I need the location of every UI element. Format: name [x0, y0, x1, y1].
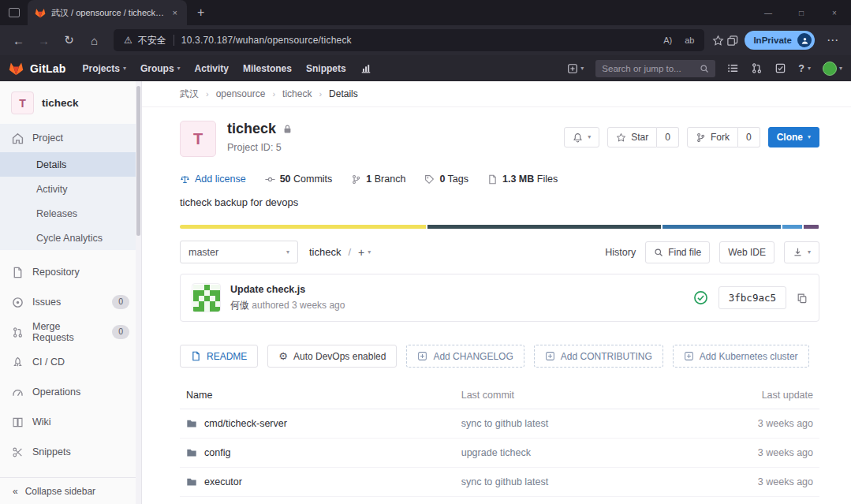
auto-devops-button[interactable]: ⚙ Auto DevOps enabled [267, 345, 397, 368]
commit-sha[interactable]: 3fbc9ac5 [718, 286, 786, 309]
table-row[interactable]: config upgrade ticheck 3 weeks ago [180, 439, 819, 468]
files-link[interactable]: 1.3 MB Files [487, 174, 558, 185]
download-button[interactable]: ▾ [784, 241, 819, 263]
commit-author-avatar[interactable] [192, 283, 221, 312]
inprivate-badge[interactable]: InPrivate [745, 31, 815, 50]
menu-snippets[interactable]: Snippets [299, 63, 353, 74]
add-contributing-button[interactable]: Add CONTRIBUTING [534, 345, 663, 368]
search-input[interactable] [602, 64, 695, 73]
sidebar-item-operations[interactable]: Operations [0, 377, 141, 407]
commit-message-link[interactable]: sync to github latest [461, 418, 548, 429]
read-aloud-icon[interactable]: A) [663, 35, 672, 45]
add-favorite-icon[interactable] [712, 35, 724, 47]
window-close-button[interactable]: × [818, 0, 851, 25]
sidebar-item-repository[interactable]: Repository [0, 257, 141, 287]
find-file-button[interactable]: Find file [645, 241, 710, 263]
collections-icon[interactable] [726, 35, 738, 47]
branch-selector[interactable]: master ▾ [180, 241, 298, 263]
sidebar-scrollbar[interactable] [136, 81, 141, 504]
commit-title-link[interactable]: Update check.js [230, 284, 345, 295]
sidebar-item-details[interactable]: Details [0, 152, 141, 177]
sidebar-item-ci-cd[interactable]: CI / CD [0, 347, 141, 377]
breadcrumb-group[interactable]: 武汉 [180, 88, 199, 101]
sidebar-project-header[interactable]: T ticheck [0, 81, 141, 124]
file-name-link[interactable]: cmd/ticheck-server [204, 418, 287, 429]
sidebar-item-snippets[interactable]: Snippets [0, 437, 141, 467]
window-controls: — □ × [752, 0, 851, 25]
help-menu[interactable]: ?▾ [798, 63, 811, 74]
merge-requests-nav-icon[interactable] [751, 62, 763, 74]
table-row[interactable]: internal sync to github latest 3 weeks a… [180, 497, 819, 504]
new-tab-button[interactable]: + [197, 6, 204, 19]
readme-button[interactable]: README [180, 345, 258, 368]
language-bar[interactable] [180, 225, 819, 229]
sidebar-item-merge-requests[interactable]: Merge Requests 0 [0, 317, 141, 347]
breadcrumb-subgroup[interactable]: opensource [216, 88, 266, 99]
menu-activity[interactable]: Activity [188, 63, 236, 74]
url-text[interactable]: 10.3.70.187/wuhan/opensource/ticheck [181, 35, 352, 46]
gitlab-logo[interactable]: GitLab [9, 62, 66, 76]
sidebar-item-cycle-analytics[interactable]: Cycle Analytics [0, 226, 141, 250]
repo-root-link[interactable]: ticheck [309, 246, 341, 258]
add-license-link[interactable]: Add license [180, 174, 246, 185]
add-kubernetes-button[interactable]: Add Kubernetes cluster [673, 345, 809, 368]
new-menu-button[interactable]: ▾ [567, 63, 584, 74]
home-button[interactable]: ⌂ [83, 29, 106, 52]
web-ide-button[interactable]: Web IDE [719, 241, 774, 263]
window-maximize-button[interactable]: □ [785, 0, 818, 25]
refresh-button[interactable]: ↻ [58, 29, 80, 52]
menu-groups[interactable]: Groups▾ [133, 63, 188, 74]
fork-button[interactable]: Fork [687, 127, 738, 147]
chevron-down-icon: ▾ [808, 249, 811, 256]
copy-sha-button[interactable] [797, 293, 808, 304]
commit-message-link[interactable]: sync to github latest [461, 476, 548, 487]
analytics-icon[interactable] [353, 63, 379, 74]
global-search[interactable] [595, 60, 715, 77]
breadcrumb-project[interactable]: ticheck [282, 88, 312, 99]
browser-menu-button[interactable]: ⋯ [821, 29, 844, 52]
collapse-sidebar-button[interactable]: « Collapse sidebar [0, 477, 141, 504]
sidebar-item-issues[interactable]: Issues 0 [0, 287, 141, 317]
translate-icon[interactable]: ab [685, 35, 694, 45]
star-count[interactable]: 0 [657, 127, 679, 147]
private-lock-icon [282, 124, 293, 134]
pipeline-status-icon[interactable] [693, 290, 708, 305]
sidebar-item-activity[interactable]: Activity [0, 177, 141, 201]
back-button[interactable]: ← [7, 29, 30, 52]
sidebar-item-project[interactable]: Project [0, 124, 141, 152]
forward-button[interactable]: → [32, 29, 55, 52]
column-header-last-commit: Last commit [455, 382, 692, 409]
menu-milestones[interactable]: Milestones [236, 63, 299, 74]
commit-author[interactable]: 何傲 [230, 300, 249, 311]
todos-nav-icon[interactable] [774, 62, 786, 74]
history-link[interactable]: History [605, 247, 636, 258]
add-file-dropdown[interactable]: + ▾ [358, 246, 371, 259]
menu-projects[interactable]: Projects▾ [76, 63, 133, 74]
clone-button[interactable]: Clone ▾ [768, 127, 819, 147]
browser-tab[interactable]: 武汉 / opensource / ticheck · Gi × [28, 0, 187, 25]
security-warning[interactable]: ⚠ 不安全 [124, 34, 166, 47]
star-button[interactable]: Star [607, 127, 657, 147]
sidebar-scrollbar-thumb[interactable] [136, 86, 140, 236]
branches-link[interactable]: 1 Branch [351, 174, 405, 185]
sidebar-item-releases[interactable]: Releases [0, 201, 141, 226]
commit-message-link[interactable]: upgrade ticheck [461, 447, 531, 458]
browser-profile-avatar[interactable] [797, 33, 812, 47]
notifications-button[interactable]: ▾ [564, 127, 599, 147]
window-minimize-button[interactable]: — [752, 0, 785, 25]
address-bar[interactable]: ⚠ 不安全 10.3.70.187/wuhan/opensource/tiche… [114, 29, 704, 51]
table-row[interactable]: executor sync to github latest 3 weeks a… [180, 468, 819, 497]
user-menu[interactable]: ▾ [823, 62, 842, 76]
file-name-link[interactable]: config [204, 447, 230, 458]
sidebar-subitem-label: Details [36, 159, 66, 170]
tab-close-icon[interactable]: × [170, 7, 180, 18]
tags-link[interactable]: 0 Tags [424, 174, 468, 185]
file-name-link[interactable]: executor [204, 476, 242, 487]
issues-nav-icon[interactable] [727, 62, 739, 74]
add-changelog-button[interactable]: Add CHANGELOG [406, 345, 524, 368]
commits-link[interactable]: 50 Commits [265, 174, 333, 185]
table-row[interactable]: cmd/ticheck-server sync to github latest… [180, 409, 819, 439]
fork-count[interactable]: 0 [738, 127, 760, 147]
window-app-icon[interactable] [9, 8, 20, 17]
sidebar-item-wiki[interactable]: Wiki [0, 407, 141, 437]
